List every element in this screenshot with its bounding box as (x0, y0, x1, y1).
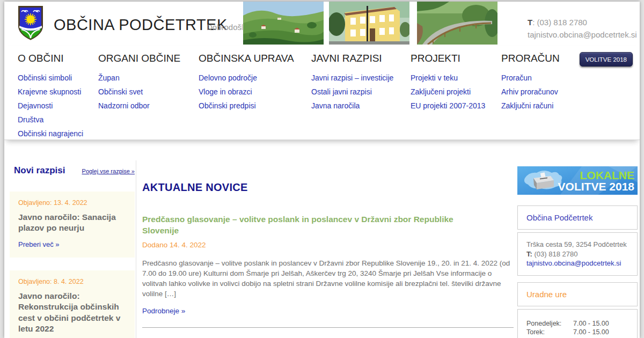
article-title[interactable]: Predčasno glasovanje – volitve poslank i… (142, 214, 480, 237)
nav-link-arhiv-proracunov[interactable]: Arhiv proračunov (501, 87, 558, 96)
nav-heading: OBČINSKA UPRAVA (199, 53, 294, 64)
banner-line1-text: LOKALNE (580, 169, 635, 181)
obcina-phone-label: T: (526, 250, 532, 258)
obcina-phone: T: (03) 818 2780 (526, 249, 628, 259)
header-photo-road (417, 2, 497, 45)
razpis-card: Objavljeno: 8. 4. 2022 Javno naročilo: R… (10, 270, 135, 338)
article-divider (142, 327, 514, 328)
lokalne-volitve-2018-banner[interactable]: LOKALNE VOLITVE 2018 (517, 166, 638, 195)
nav-link-delovno-podrocje[interactable]: Delovno področje (199, 74, 257, 82)
nav-heading: PROJEKTI (411, 53, 485, 64)
hours-day: Torek: (526, 328, 573, 336)
welcome-text: Dobrodošli (207, 23, 243, 32)
article-more-link[interactable]: Podrobneje » (142, 307, 185, 315)
obcina-email-link[interactable]: tajnistvo.obcina@podcetrtek.si (526, 259, 621, 267)
nav-link-eu-projekti[interactable]: EU projekti 2007-2013 (411, 101, 485, 110)
article-date: Dodano 14. 4. 2022 (142, 241, 514, 249)
nav-col-proracun: PRORAČUN Proračun Arhiv proračunov Zaklj… (501, 53, 560, 113)
razpis-published-date: Objavljeno: 8. 4. 2022 (18, 278, 126, 285)
nav-heading: PRORAČUN (501, 53, 560, 64)
nav-link-krajevne-skupnosti[interactable]: Krajevne skupnosti (18, 87, 81, 96)
hours-time: 7.00 - 15.00 (573, 328, 609, 336)
novi-razpisi-title: Novi razpisi (14, 165, 65, 176)
obcina-box-title[interactable]: Občina Podčetrtek (526, 213, 628, 222)
nav-link-dejavnosti[interactable]: Dejavnosti (18, 101, 53, 110)
header-phone: T: (03) 818 2780 (528, 16, 637, 28)
obcina-contact-box: Trška cesta 59, 3254 Podčetrtek T: (03) … (517, 232, 638, 276)
hours-day: Ponedeljek: (526, 319, 573, 328)
news-article: Predčasno glasovanje – volitve poslank i… (142, 214, 514, 315)
view-all-razpisi-link[interactable]: Poglej vse razpise » (82, 168, 135, 174)
nav-link-ostali-javni-razpisi[interactable]: Ostali javni razpisi (311, 87, 372, 96)
volitve-2018-button[interactable]: VOLITVE 2018 (580, 52, 633, 67)
header-photo-hills (243, 2, 324, 45)
sidebar-novi-razpisi: Novi razpisi Poglej vse razpise » Objavl… (10, 165, 135, 338)
razpis-read-more-link[interactable]: Preberi več » (18, 240, 60, 248)
obcina-info-box-header: Občina Podčetrtek (517, 205, 638, 230)
header-contact: T: (03) 818 2780 tajnistvo.obcina@podcet… (528, 16, 637, 41)
nav-link-projekti-v-teku[interactable]: Projekti v teku (411, 74, 458, 82)
uradne-ure-box: Ponedeljek: 7.00 - 15.00 Torek: 7.00 - 1… (517, 309, 638, 338)
phone-number: : (03) 818 2780 (532, 18, 587, 27)
hours-time: 7.00 - 15.00 (573, 319, 609, 328)
nav-link-obcinski-predpisi[interactable]: Občinski predpisi (199, 101, 256, 110)
razpis-title: Javno naročilo: Sanacija plazov po neurj… (18, 212, 126, 234)
nav-heading: O OBČINI (18, 53, 83, 64)
coat-of-arms-logo (18, 5, 43, 41)
nav-link-obcinski-nagrajenci[interactable]: Občinski nagrajenci (18, 129, 83, 138)
uradne-ure-title: Uradne ure (526, 290, 628, 299)
content-divider (136, 160, 136, 338)
nav-link-javni-razpisi-investicije[interactable]: Javni razpisi – investicije (311, 74, 393, 82)
banner-line2-text: VOLITVE 2018 (558, 180, 635, 193)
razpis-title: Javno naročilo: Rekonstrukcija občinskih… (18, 291, 126, 335)
nav-link-nadzorni-odbor[interactable]: Nadzorni odbor (98, 101, 150, 110)
nav-col-o-obcini: O OBČINI Občinski simboli Krajevne skupn… (18, 53, 83, 141)
phone-label: T (528, 18, 532, 27)
nav-link-proracun[interactable]: Proračun (501, 74, 532, 82)
header-photo-building (329, 2, 409, 45)
obcina-phone-number: (03) 818 2780 (532, 250, 578, 258)
nav-link-vloge-in-obrazci[interactable]: Vloge in obrazci (199, 87, 252, 96)
nav-link-javna-narocila[interactable]: Javna naročila (311, 101, 360, 110)
main-navigation: O OBČINI Občinski simboli Krajevne skupn… (4, 46, 640, 140)
nav-link-zakljuceni-projekti[interactable]: Zaključeni projekti (411, 87, 471, 96)
nav-col-organi-obcine: ORGANI OBČINE Župan Občinski svet Nadzor… (98, 53, 180, 113)
article-excerpt: Predčasno glasovanje – volitve poslank i… (142, 258, 514, 299)
nav-link-zupan[interactable]: Župan (98, 74, 120, 82)
nav-col-obcinska-uprava: OBČINSKA UPRAVA Delovno področje Vloge i… (199, 53, 294, 113)
obcina-address: Trška cesta 59, 3254 Podčetrtek (526, 240, 628, 249)
nav-heading: JAVNI RAZPISI (311, 53, 393, 64)
razpis-published-date: Objavljeno: 13. 4. 2022 (18, 199, 126, 207)
nav-link-obcinski-simboli[interactable]: Občinski simboli (18, 74, 72, 82)
nav-col-projekti: PROJEKTI Projekti v teku Zaključeni proj… (411, 53, 485, 113)
site-header: OBČINA PODČETRTEK Dobrodošli (4, 2, 640, 46)
hours-row: Torek: 7.00 - 15.00 (526, 328, 628, 336)
hours-row: Ponedeljek: 7.00 - 15.00 (526, 319, 628, 328)
nav-link-zakljucni-racuni[interactable]: Zaključni računi (501, 101, 553, 110)
sidebar-right: LOKALNE VOLITVE 2018 Občina Podčetrtek T… (517, 166, 638, 338)
news-section-title: AKTUALNE NOVICE (142, 181, 514, 194)
main-content: AKTUALNE NOVICE Predčasno glasovanje – v… (142, 163, 514, 338)
header-email: tajnistvo.obcina@podcetrtek.si (528, 28, 637, 41)
nav-link-obcinski-svet[interactable]: Občinski svet (98, 87, 143, 96)
nav-heading: ORGANI OBČINE (98, 53, 180, 64)
page-title: OBČINA PODČETRTEK (54, 16, 228, 34)
nav-col-javni-razpisi: JAVNI RAZPISI Javni razpisi – investicij… (311, 53, 393, 113)
page: OBČINA PODČETRTEK Dobrodošli (4, 2, 640, 338)
uradne-ure-box-header: Uradne ure (517, 282, 638, 306)
razpis-card: Objavljeno: 13. 4. 2022 Javno naročilo: … (10, 192, 135, 258)
nav-link-drustva[interactable]: Društva (18, 115, 43, 124)
